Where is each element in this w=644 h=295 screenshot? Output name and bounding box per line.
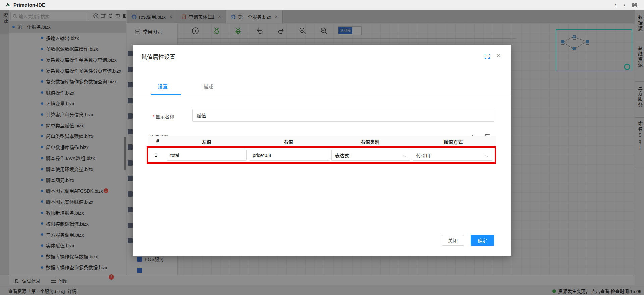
chevron-down-icon	[403, 154, 406, 157]
col-right-value: 右值	[284, 138, 293, 145]
title-bar: Primeton-IDE ‹ ›	[0, 0, 644, 10]
fullscreen-icon[interactable]	[485, 54, 490, 59]
dialog-tab-description[interactable]: 描述	[203, 83, 213, 90]
dialog-title: 赋值属性设置	[141, 52, 175, 61]
left-value-input[interactable]	[167, 150, 247, 161]
row-index: 1	[155, 152, 157, 158]
display-name-label: *显示名称	[153, 113, 174, 120]
save-icon[interactable]	[632, 2, 637, 8]
display-name-input[interactable]	[192, 109, 494, 122]
confirm-button[interactable]: 确定	[471, 235, 494, 246]
params-table-header: # 左值 右值 右值类别 赋值方式	[148, 136, 496, 147]
close-button[interactable]: 关闭	[442, 235, 464, 246]
col-index: #	[156, 138, 159, 144]
col-left-value: 左值	[202, 138, 211, 145]
right-value-type-select[interactable]: 表达式	[331, 150, 410, 161]
app-logo-icon	[5, 2, 11, 8]
nav-forward-icon[interactable]: ›	[623, 2, 625, 8]
dialog-tab-settings[interactable]: 设置	[158, 83, 168, 90]
col-assign-mode: 赋值方式	[444, 138, 463, 145]
required-asterisk: *	[153, 114, 154, 119]
nav-back-icon[interactable]: ‹	[614, 2, 616, 8]
assign-properties-dialog: 赋值属性设置 × 设置 描述 *显示名称 编辑参数 + # 左值 右值 右值类别…	[133, 45, 511, 256]
right-value-input[interactable]	[249, 150, 330, 161]
params-table-row: 1 表达式 传引用	[148, 147, 496, 163]
col-right-value-type: 右值类别	[361, 138, 379, 145]
chevron-down-icon	[485, 154, 488, 157]
assign-mode-select[interactable]: 传引用	[413, 150, 492, 161]
app-title: Primeton-IDE	[13, 2, 45, 8]
close-icon[interactable]: ×	[497, 51, 501, 59]
